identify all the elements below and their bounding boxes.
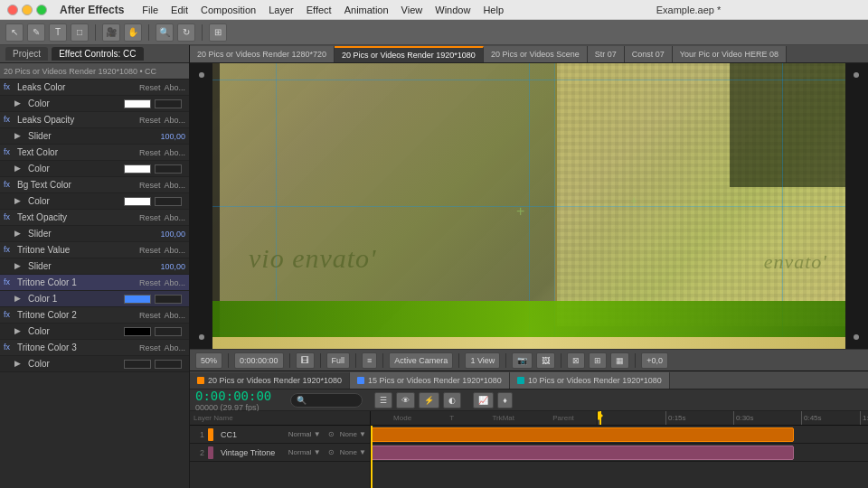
effect-layer-title: 20 Pics or Videos Render 1920*1080 • CC	[0, 63, 189, 80]
timeline-tab-2[interactable]: 15 Pics or Videos Render 1920*1080	[350, 372, 510, 389]
effect-tritone-color-3[interactable]: fx Tritone Color 3 Reset Abo...	[0, 340, 189, 356]
bg-text-color-swatch2[interactable]	[155, 197, 182, 206]
minimize-button[interactable]	[22, 5, 33, 15]
transparency-btn[interactable]: ⊠	[567, 352, 585, 369]
effect-text-color[interactable]: fx Text Color Reset Abo...	[0, 145, 189, 161]
tritone-value-about[interactable]: Abo...	[164, 246, 185, 255]
menu-effect[interactable]: Effect	[307, 5, 332, 15]
timecode-display-timeline[interactable]: 0:00:00:00	[195, 389, 271, 403]
menu-window[interactable]: Window	[435, 5, 470, 15]
timeline-search[interactable]	[290, 393, 363, 408]
bg-text-color-swatch[interactable]	[124, 197, 151, 206]
tl-btn-solo[interactable]: ☰	[374, 392, 392, 408]
track-clip-2[interactable]	[371, 446, 794, 460]
effect-text-opacity[interactable]: fx Text Opacity Reset Abo...	[0, 210, 189, 226]
toolbar-shape[interactable]: □	[71, 23, 89, 42]
tritone-color-2-reset[interactable]: Reset	[139, 311, 161, 320]
timeline-tab-3[interactable]: 10 Pics or Videos Render 1920*1080	[510, 372, 670, 389]
views-btn[interactable]: 1 View	[465, 352, 500, 369]
tl-btn-motion-blur[interactable]: ◐	[443, 392, 461, 408]
effects-list: fx Leaks Color Reset Abo... ▶ Color fx L…	[0, 80, 189, 488]
effect-leaks-color[interactable]: fx Leaks Color Reset Abo...	[0, 80, 189, 96]
tl-btn-graph[interactable]: 📈	[473, 392, 494, 408]
tritone-color-1-sub-label: Color 1	[28, 294, 124, 304]
menu-edit[interactable]: Edit	[171, 5, 188, 15]
tl-btn-mode[interactable]: ♦	[497, 392, 513, 408]
zoom-btn[interactable]: 50%	[195, 352, 222, 369]
tl-btn-hide-shy[interactable]: 👁	[396, 392, 415, 408]
tritone-color-1-swatch2[interactable]	[155, 295, 182, 304]
effect-controls-tab[interactable]: Effect Controls: CC	[52, 47, 143, 61]
toolbar-rotate[interactable]: ↻	[177, 23, 195, 42]
effect-leaks-opacity[interactable]: fx Leaks Opacity Reset Abo...	[0, 112, 189, 128]
fast-preview-btn[interactable]: ≡	[362, 352, 377, 369]
tritone-color-1-swatch[interactable]	[124, 295, 151, 304]
text-opacity-value[interactable]: 100,00	[160, 230, 185, 239]
leaks-color-about[interactable]: Abo...	[164, 83, 185, 92]
tritone-color-3-swatch2[interactable]	[155, 360, 182, 369]
tritone-color-2-swatch2[interactable]	[155, 327, 182, 336]
tritone-value-reset[interactable]: Reset	[139, 246, 161, 255]
tritone-color-2-about[interactable]: Abo...	[164, 311, 185, 320]
menu-help[interactable]: Help	[483, 5, 504, 15]
text-opacity-reset[interactable]: Reset	[139, 213, 161, 222]
comp-tab-2[interactable]: 20 Pics or Videos Render 1920*1080	[335, 46, 484, 62]
tritone-color-3-reset[interactable]: Reset	[139, 343, 161, 352]
bg-text-color-about[interactable]: Abo...	[164, 181, 185, 190]
project-tab[interactable]: Project	[5, 47, 48, 61]
show-snapshot-btn[interactable]: 🖼	[536, 352, 555, 369]
rulers-btn[interactable]: ▦	[610, 352, 629, 369]
text-color-reset[interactable]: Reset	[139, 148, 161, 157]
render-icon[interactable]: 🎞	[296, 352, 315, 369]
effect-bg-text-color[interactable]: fx Bg Text Color Reset Abo...	[0, 177, 189, 193]
toolbar-select[interactable]: ↖	[5, 23, 24, 42]
tritone-value-value[interactable]: 100,00	[160, 262, 185, 271]
effect-tritone-value[interactable]: fx Tritone Value Reset Abo...	[0, 242, 189, 258]
close-button[interactable]	[7, 5, 18, 15]
toolbar-text[interactable]: T	[49, 23, 67, 42]
tritone-color-3-swatch[interactable]	[124, 360, 151, 369]
comp-tab-4[interactable]: Str 07	[588, 46, 625, 62]
menu-layer[interactable]: Layer	[269, 5, 294, 15]
text-color-swatch2[interactable]	[155, 164, 182, 174]
leaks-color-swatch[interactable]	[124, 99, 151, 108]
toolbar-move[interactable]: ✋	[124, 23, 142, 42]
tritone-color-2-swatch[interactable]	[124, 327, 151, 336]
comp-tab-1[interactable]: 20 Pics or Videos Render 1280*720	[190, 46, 335, 62]
leaks-color-reset[interactable]: Reset	[139, 83, 161, 92]
comp-tab-3[interactable]: 20 Pics or Videos Scene	[484, 46, 588, 62]
menu-composition[interactable]: Composition	[201, 5, 256, 15]
menu-view[interactable]: View	[401, 5, 423, 15]
tritone-color-3-about[interactable]: Abo...	[164, 343, 185, 352]
quality-btn[interactable]: Full	[326, 352, 351, 369]
menu-animation[interactable]: Animation	[344, 5, 389, 15]
track-clip-1[interactable]	[371, 427, 794, 442]
guides-btn[interactable]: ⊞	[589, 352, 607, 369]
toolbar-pen[interactable]: ✎	[27, 23, 45, 42]
tl-btn-draft[interactable]: ⚡	[419, 392, 439, 408]
tritone-color-1-reset[interactable]: Reset	[139, 278, 161, 287]
text-color-about[interactable]: Abo...	[164, 148, 185, 157]
toolbar-snapping[interactable]: ⊞	[209, 23, 227, 42]
toolbar-camera[interactable]: 🎥	[102, 23, 120, 42]
camera-btn[interactable]: Active Camera	[389, 352, 453, 369]
leaks-opacity-reset[interactable]: Reset	[139, 116, 161, 125]
maximize-button[interactable]	[36, 5, 47, 15]
menu-file[interactable]: File	[142, 5, 158, 15]
comp-tab-5[interactable]: Const 07	[625, 46, 673, 62]
snapshot-btn[interactable]: 📷	[512, 352, 533, 369]
tritone-color-1-about[interactable]: Abo...	[164, 278, 185, 287]
leaks-opacity-value[interactable]: 100,00	[160, 132, 185, 141]
leaks-color-swatch2[interactable]	[155, 99, 182, 108]
bg-text-color-reset[interactable]: Reset	[139, 181, 161, 190]
window-controls	[7, 5, 47, 15]
text-color-swatch[interactable]	[124, 164, 151, 174]
timeline-tab-1[interactable]: 20 Pics or Videos Render 1920*1080	[190, 372, 350, 389]
preview-area: vio envato' envato' + +	[212, 63, 845, 349]
toolbar-zoom[interactable]: 🔍	[156, 23, 174, 42]
text-opacity-about[interactable]: Abo...	[164, 213, 185, 222]
leaks-opacity-about[interactable]: Abo...	[164, 116, 185, 125]
effect-tritone-color-1[interactable]: fx Tritone Color 1 Reset Abo...	[0, 275, 189, 291]
comp-tab-6[interactable]: Your Pic or Video HERE 08	[673, 46, 787, 62]
effect-tritone-color-2[interactable]: fx Tritone Color 2 Reset Abo...	[0, 307, 189, 324]
